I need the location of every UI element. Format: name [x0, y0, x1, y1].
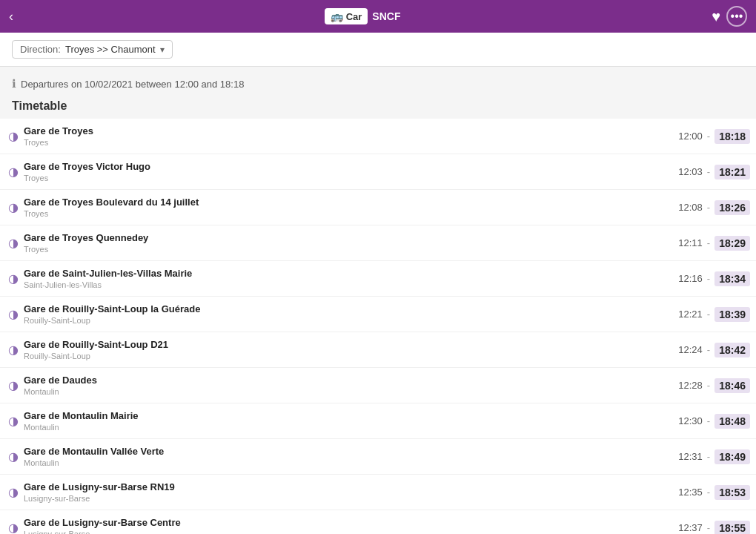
- more-button[interactable]: •••: [726, 6, 747, 27]
- row-expand-icon: ◑: [6, 165, 21, 179]
- transport-label: Car: [346, 11, 362, 22]
- row-expand-icon: ◑: [6, 343, 21, 357]
- stop-city: Troyes: [24, 138, 676, 147]
- arrival-time: 18:18: [714, 129, 750, 144]
- back-button[interactable]: ‹: [9, 9, 13, 24]
- stop-city: Troyes: [24, 209, 676, 218]
- stop-name: Gare de Montaulin Mairie: [24, 410, 676, 423]
- table-row[interactable]: ◑ Gare de Troyes Victor Hugo Troyes 12:0…: [0, 154, 756, 190]
- time-separator: -: [707, 344, 710, 355]
- operator-label: SNCF: [372, 10, 400, 22]
- arrival-time: 18:21: [714, 165, 750, 179]
- stop-city: Troyes: [24, 174, 676, 182]
- stop-name: Gare de Lusigny-sur-Barse RN19: [24, 481, 676, 494]
- time-separator: -: [707, 487, 710, 498]
- departure-time: 12:00: [677, 131, 703, 142]
- stop-name: Gare de Daudes: [24, 375, 676, 387]
- row-expand-icon: ◑: [6, 414, 21, 428]
- row-expand-icon: ◑: [6, 449, 21, 464]
- stop-name: Gare de Saint-Julien-les-Villas Mairie: [24, 268, 676, 280]
- departure-time: 12:37: [677, 522, 703, 533]
- direction-selector[interactable]: Direction: Troyes >> Chaumont ▾: [12, 40, 173, 59]
- table-row[interactable]: ◑ Gare de Montaulin Vallée Verte Montaul…: [0, 439, 756, 475]
- times: 12:31 - 18:49: [676, 449, 750, 464]
- stop-city: Lusigny-sur-Barse: [24, 530, 676, 534]
- stop-name: Gare de Troyes Boulevard du 14 juillet: [24, 197, 676, 209]
- stop-city: Rouilly-Saint-Loup: [24, 352, 676, 360]
- time-separator: -: [707, 273, 710, 284]
- stop-name: Gare de Troyes Quennedey: [24, 232, 676, 245]
- stop-info: Gare de Troyes Quennedey Troyes: [24, 232, 676, 254]
- arrival-time: 18:49: [714, 449, 750, 464]
- table-row[interactable]: ◑ Gare de Troyes Quennedey Troyes 12:11 …: [0, 225, 756, 261]
- stop-info: Gare de Lusigny-sur-Barse Centre Lusigny…: [24, 517, 676, 534]
- table-row[interactable]: ◑ Gare de Lusigny-sur-Barse Centre Lusig…: [0, 510, 756, 534]
- stop-info: Gare de Lusigny-sur-Barse RN19 Lusigny-s…: [24, 481, 676, 504]
- table-row[interactable]: ◑ Gare de Montaulin Mairie Montaulin 12:…: [0, 403, 756, 439]
- row-expand-icon: ◑: [6, 129, 21, 143]
- stop-info: Gare de Daudes Montaulin: [24, 375, 676, 397]
- row-expand-icon: ◑: [6, 485, 21, 499]
- times: 12:00 - 18:18: [676, 129, 750, 144]
- row-expand-icon: ◑: [6, 271, 21, 286]
- stop-info: Gare de Montaulin Vallée Verte Montaulin: [24, 446, 676, 468]
- times: 12:37 - 18:55: [676, 521, 750, 535]
- table-row[interactable]: ◑ Gare de Rouilly-Saint-Loup la Guérade …: [0, 297, 756, 332]
- time-separator: -: [707, 415, 710, 426]
- stop-name: Gare de Troyes: [24, 125, 676, 138]
- direction-label-text: Direction:: [20, 44, 61, 55]
- direction-value: Troyes >> Chaumont: [65, 44, 156, 55]
- header: ‹ 🚌 Car SNCF ♥ •••: [0, 0, 756, 33]
- timetable: ◑ Gare de Troyes Troyes 12:00 - 18:18 ◑ …: [0, 119, 756, 534]
- time-separator: -: [707, 522, 710, 533]
- row-expand-icon: ◑: [6, 521, 21, 534]
- time-separator: -: [707, 309, 710, 320]
- stop-info: Gare de Troyes Victor Hugo Troyes: [24, 161, 676, 183]
- arrival-time: 18:55: [714, 521, 750, 535]
- time-separator: -: [707, 131, 710, 142]
- departure-time: 12:30: [677, 415, 703, 426]
- stop-info: Gare de Rouilly-Saint-Loup la Guérade Ro…: [24, 303, 676, 326]
- arrival-time: 18:48: [714, 414, 750, 429]
- bus-icon: 🚌: [331, 10, 343, 22]
- stop-name: Gare de Troyes Victor Hugo: [24, 161, 676, 174]
- times: 12:28 - 18:46: [676, 378, 750, 393]
- table-row[interactable]: ◑ Gare de Lusigny-sur-Barse RN19 Lusigny…: [0, 475, 756, 510]
- stop-name: Gare de Rouilly-Saint-Loup la Guérade: [24, 303, 676, 316]
- arrival-time: 18:53: [714, 485, 750, 500]
- header-center: 🚌 Car SNCF: [325, 8, 401, 24]
- stop-city: Montaulin: [24, 387, 676, 396]
- table-row[interactable]: ◑ Gare de Troyes Boulevard du 14 juillet…: [0, 190, 756, 225]
- stop-name: Gare de Rouilly-Saint-Loup D21: [24, 339, 676, 352]
- chevron-down-icon: ▾: [160, 44, 165, 55]
- departure-time: 12:21: [677, 309, 703, 320]
- favorite-button[interactable]: ♥: [712, 8, 720, 25]
- arrival-time: 18:39: [714, 307, 750, 322]
- header-right: ♥ •••: [712, 6, 747, 27]
- times: 12:30 - 18:48: [676, 414, 750, 429]
- stop-info: Gare de Saint-Julien-les-Villas Mairie S…: [24, 268, 676, 290]
- table-row[interactable]: ◑ Gare de Troyes Troyes 12:00 - 18:18: [0, 119, 756, 154]
- stop-info: Gare de Troyes Boulevard du 14 juillet T…: [24, 197, 676, 219]
- time-separator: -: [707, 202, 710, 213]
- stop-info: Gare de Troyes Troyes: [24, 125, 676, 148]
- stop-info: Gare de Rouilly-Saint-Loup D21 Rouilly-S…: [24, 339, 676, 361]
- times: 12:35 - 18:53: [676, 485, 750, 500]
- time-separator: -: [707, 451, 710, 462]
- stop-city: Montaulin: [24, 458, 676, 467]
- arrival-time: 18:26: [714, 200, 750, 215]
- row-expand-icon: ◑: [6, 307, 21, 321]
- table-row[interactable]: ◑ Gare de Saint-Julien-les-Villas Mairie…: [0, 261, 756, 297]
- header-left: ‹: [9, 9, 13, 24]
- row-expand-icon: ◑: [6, 200, 21, 214]
- stop-city: Montaulin: [24, 423, 676, 432]
- time-separator: -: [707, 380, 710, 391]
- arrival-time: 18:34: [714, 271, 750, 286]
- transport-badge: 🚌 Car: [325, 8, 368, 24]
- stop-city: Saint-Julien-les-Villas: [24, 280, 676, 289]
- time-separator: -: [707, 166, 710, 177]
- table-row[interactable]: ◑ Gare de Daudes Montaulin 12:28 - 18:46: [0, 368, 756, 403]
- stop-name: Gare de Lusigny-sur-Barse Centre: [24, 517, 676, 530]
- times: 12:21 - 18:39: [676, 307, 750, 322]
- table-row[interactable]: ◑ Gare de Rouilly-Saint-Loup D21 Rouilly…: [0, 332, 756, 368]
